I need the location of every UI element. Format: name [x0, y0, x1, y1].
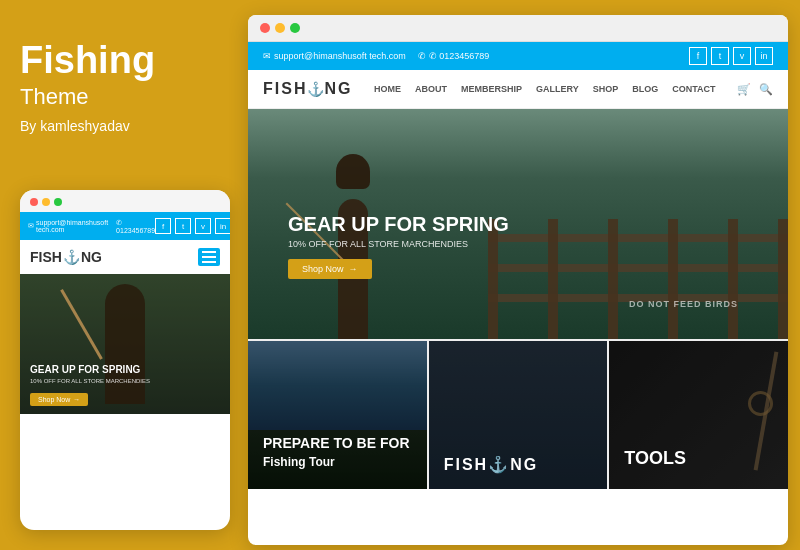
bottom-cards: PREPARE TO BE FOR Fishing Tour FISH⚓NG: [248, 339, 788, 489]
desktop-dot-red: [260, 23, 270, 33]
mobile-hero: GEAR UP FOR SPRING 10% OFF FOR ALL STORE…: [20, 274, 230, 414]
social-vimeo[interactable]: v: [195, 218, 211, 234]
desktop-contact-info: ✉ support@himanshusoft tech.com ✆ ✆ 0123…: [263, 51, 489, 61]
nav-gallery[interactable]: GALLERY: [536, 84, 579, 94]
card3-title: TOOLS: [624, 448, 686, 469]
mobile-window-dots: [20, 190, 230, 212]
person-silhouette: [105, 284, 145, 404]
fence-post-3: [608, 219, 618, 339]
desktop-email: ✉ support@himanshusoft tech.com: [263, 51, 406, 61]
do-not-feed-sign: DO NOT FEED BIRDS: [629, 299, 738, 309]
arrow-right-icon: →: [73, 396, 80, 403]
desktop-topbar: ✉ support@himanshusoft tech.com ✆ ✆ 0123…: [248, 42, 788, 70]
brand-title: Fishing: [20, 40, 240, 82]
social-instagram[interactable]: in: [215, 218, 230, 234]
logo-fish-text: FISH: [30, 249, 62, 265]
logo-ng-text: NG: [81, 249, 102, 265]
desktop-dot-green: [290, 23, 300, 33]
card-tools: TOOLS: [609, 341, 788, 489]
fishing-logo-card: FISH⚓NG: [444, 455, 538, 474]
desktop-navbar: FISH ⚓ NG HOME ABOUT MEMBERSHIP GALLERY …: [248, 70, 788, 109]
mobile-topbar: ✉ support@himanshusoft tech.com ✆ 012345…: [20, 212, 230, 240]
card3-content: TOOLS: [624, 448, 686, 469]
phone-icon: ✆: [418, 51, 426, 61]
brand-subtitle: Theme: [20, 84, 240, 110]
card2-hook-icon: ⚓: [488, 455, 510, 474]
email-icon: ✉: [263, 51, 271, 61]
mobile-hero-title: GEAR UP FOR SPRING: [30, 364, 150, 376]
dot-green: [54, 198, 62, 206]
hamburger-button[interactable]: [198, 248, 220, 266]
mobile-hero-content: GEAR UP FOR SPRING 10% OFF FOR ALL STORE…: [30, 364, 150, 384]
desktop-phone: ✆ ✆ 0123456789: [418, 51, 490, 61]
logo-text: FISH: [263, 80, 307, 98]
nav-shop[interactable]: SHOP: [593, 84, 619, 94]
desktop-hero-content: GEAR UP FOR SPRING 10% OFF FOR ALL STORE…: [288, 213, 509, 279]
mobile-shop-button[interactable]: Shop Now →: [30, 393, 88, 406]
nav-home[interactable]: HOME: [374, 84, 401, 94]
nav-contact[interactable]: CONTACT: [672, 84, 715, 94]
social-facebook-icon[interactable]: f: [689, 47, 707, 65]
logo-text-2: NG: [324, 80, 352, 98]
social-twitter[interactable]: t: [175, 218, 191, 234]
mobile-hero-sub: 10% OFF FOR ALL STORE MARCHENDIES: [30, 378, 150, 384]
logo-icon: ⚓: [307, 81, 324, 97]
mobile-logo: FISH ⚓ NG: [30, 249, 102, 265]
card1-content: PREPARE TO BE FOR Fishing Tour: [263, 435, 410, 469]
desktop-logo: FISH ⚓ NG: [263, 80, 352, 98]
left-branding: Fishing Theme By kamleshyadav: [20, 40, 240, 134]
search-icon[interactable]: 🔍: [759, 83, 773, 96]
nav-blog[interactable]: BLOG: [632, 84, 658, 94]
mobile-phone: ✆ 0123456789: [116, 219, 155, 234]
desktop-nav-actions: 🛒 🔍: [737, 83, 773, 96]
card1-prepare-text: PREPARE TO BE FOR: [263, 435, 410, 452]
desktop-hero: DO NOT FEED BIRDS GEAR UP FOR SPRING 10%…: [248, 109, 788, 339]
fence-post-5: [728, 219, 738, 339]
nav-membership[interactable]: MEMBERSHIP: [461, 84, 522, 94]
fence: [488, 219, 788, 339]
desktop-nav-links: HOME ABOUT MEMBERSHIP GALLERY SHOP BLOG …: [374, 84, 716, 94]
card-fishing-logo: FISH⚓NG: [427, 341, 610, 489]
mobile-contact: ✉ support@himanshusoft tech.com ✆ 012345…: [28, 219, 155, 234]
mobile-nav: FISH ⚓ NG: [20, 240, 230, 274]
mobile-social-icons: f t v in: [155, 218, 230, 234]
social-instagram-icon[interactable]: in: [755, 47, 773, 65]
dot-red: [30, 198, 38, 206]
arrow-icon: →: [349, 264, 358, 274]
desktop-hero-title: GEAR UP FOR SPRING: [288, 213, 509, 236]
email-icon: ✉: [28, 222, 34, 230]
hamburger-line-2: [202, 256, 216, 258]
card-fishing: PREPARE TO BE FOR Fishing Tour: [248, 341, 427, 489]
fence-rail-2: [488, 264, 788, 272]
mobile-email: ✉ support@himanshusoft tech.com: [28, 219, 108, 234]
logo-hook-icon: ⚓: [63, 249, 80, 265]
desktop-shop-button[interactable]: Shop Now →: [288, 259, 372, 279]
fence-post-6: [778, 219, 788, 339]
desktop-preview: ✉ support@himanshusoft tech.com ✆ ✆ 0123…: [248, 15, 788, 545]
desktop-social-icons: f t v in: [689, 47, 773, 65]
hamburger-line-3: [202, 261, 216, 263]
desktop-hero-subtitle: 10% OFF FOR ALL STORE MARCHENDIES: [288, 239, 509, 249]
card1-sub: Fishing Tour: [263, 455, 410, 469]
social-facebook[interactable]: f: [155, 218, 171, 234]
social-twitter-icon[interactable]: t: [711, 47, 729, 65]
social-vimeo-icon[interactable]: v: [733, 47, 751, 65]
brand-author: By kamleshyadav: [20, 118, 240, 134]
fence-post-2: [548, 219, 558, 339]
desktop-dot-yellow: [275, 23, 285, 33]
mobile-preview: ✉ support@himanshusoft tech.com ✆ 012345…: [20, 190, 230, 530]
nav-about[interactable]: ABOUT: [415, 84, 447, 94]
hamburger-line-1: [202, 251, 216, 253]
dot-yellow: [42, 198, 50, 206]
desktop-window-dots: [248, 15, 788, 42]
fence-post-4: [668, 219, 678, 339]
fence-rail-1: [488, 234, 788, 242]
card2-logo-text: FISH⚓NG: [444, 455, 538, 474]
cart-icon[interactable]: 🛒: [737, 83, 751, 96]
